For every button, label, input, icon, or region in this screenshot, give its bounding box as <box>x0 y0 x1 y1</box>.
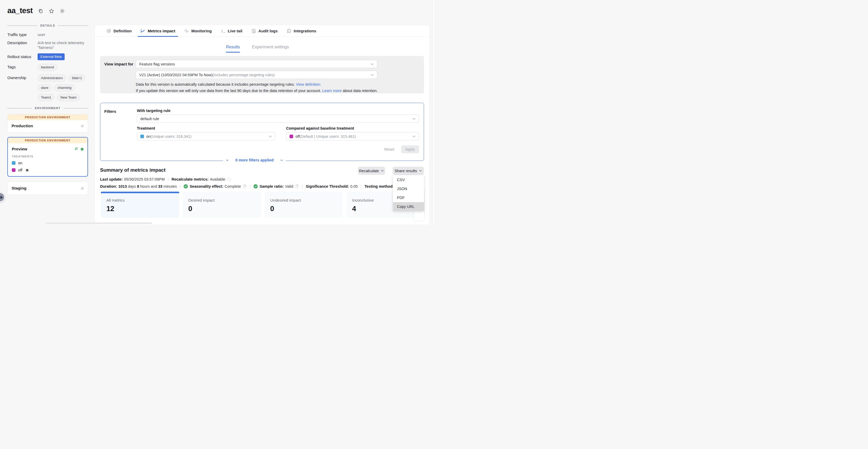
divider: | <box>361 184 362 188</box>
chart-icon <box>141 29 145 33</box>
star-icon[interactable] <box>49 8 54 14</box>
info-icon[interactable]: i <box>227 177 231 181</box>
ownership-pill[interactable]: bilal+1 <box>68 74 85 82</box>
chevron-down-icon <box>412 118 415 120</box>
menu-item-csv[interactable]: CSV <box>393 175 424 184</box>
details-section-header: DETAILS <box>7 24 88 27</box>
view-definition-link[interactable]: View definition <box>296 82 320 87</box>
baseline-value: off <box>296 134 300 139</box>
version-note-1: Data for this version is automatically c… <box>136 82 420 87</box>
traffic-type-value: user <box>37 32 88 37</box>
last-update-value: 05/30/2025 03:57:06PM <box>124 177 165 181</box>
tab-definition[interactable]: Definition <box>102 25 136 36</box>
tags-label: Tags <box>7 63 37 71</box>
share-results-button[interactable]: Share results <box>393 167 424 175</box>
metric-card-all-metrics[interactable]: All metrics 12 <box>101 192 179 218</box>
learn-more-link[interactable]: Learn more <box>322 89 342 93</box>
rollout-status-row: Rollout status External Beta <box>7 53 88 60</box>
view-impact-panel: View impact for Feature flag versions V2… <box>100 56 424 93</box>
subtab-experiment-settings[interactable]: Experiment settings <box>252 45 289 53</box>
metric-card-undesired-impact[interactable]: Undesired impact 0 <box>265 192 343 218</box>
tab-monitoring[interactable]: Monitoring <box>180 25 216 36</box>
baseline-select[interactable]: off (Default | Unique users: 315,461) <box>286 132 419 140</box>
gear-icon[interactable] <box>59 8 65 14</box>
flag-title-row: aa_test <box>7 6 88 15</box>
subtab-results[interactable]: Results <box>226 45 240 53</box>
version-select[interactable]: V21 (Active) (10/03/2022 04:59PM To Now)… <box>136 71 377 79</box>
apply-button[interactable]: Apply <box>401 145 419 153</box>
rollout-status-badge[interactable]: External Beta <box>37 53 65 60</box>
ownership-pill[interactable]: Team1 <box>37 94 55 101</box>
treatment-filter-label: Treatment <box>137 126 275 130</box>
divider: | <box>180 184 181 188</box>
status-dot-gray <box>81 187 84 190</box>
chevron-down-icon <box>226 159 228 161</box>
significance-threshold-label: Significance Threshold: <box>306 184 349 188</box>
view-impact-label: View impact for <box>104 60 136 89</box>
env-card-production[interactable]: PRODUCTION ENVIRONMENT Production <box>7 114 88 132</box>
env-card-preview[interactable]: PRODUCTION ENVIRONMENT Preview TREATMENT… <box>7 137 88 177</box>
divider: | <box>250 184 251 188</box>
tags-row: Tags backend <box>7 63 88 71</box>
main-tabbar: Definition Metrics impact Monitoring Liv… <box>95 25 429 37</box>
treatment-on-swatch <box>140 134 144 138</box>
targeting-rule-select[interactable]: default rule <box>137 115 419 123</box>
ownership-pill[interactable]: channing <box>54 84 75 91</box>
tab-definition-label: Definition <box>114 29 132 33</box>
puzzle-icon <box>287 29 291 33</box>
sample-ratio-value: Valid <box>285 184 293 188</box>
tab-live-tail[interactable]: Live tail <box>216 25 247 36</box>
menu-item-json[interactable]: JSON <box>393 184 424 193</box>
vertical-scrollbar[interactable] <box>432 0 434 224</box>
tab-integrations[interactable]: Integrations <box>282 25 321 36</box>
duration-label: Duration: <box>100 184 117 188</box>
audit-log-icon <box>251 29 256 33</box>
env-name-preview: Preview <box>12 147 27 151</box>
copy-icon[interactable] <box>38 8 43 14</box>
page-root: aa_test DETAILS Traffic type user <box>0 0 434 224</box>
check-circle-icon <box>253 184 258 188</box>
question-icon[interactable]: ? <box>295 184 299 188</box>
treatment-row-on: on <box>12 161 84 165</box>
tab-audit-logs-label: Audit logs <box>258 29 278 33</box>
recalculate-label: Recalculate <box>359 169 379 173</box>
env-card-staging[interactable]: Staging <box>7 182 88 195</box>
treatment-off-swatch <box>289 134 293 138</box>
chevron-down-icon <box>419 170 422 172</box>
seasonality-label: Seasonality effect: <box>190 184 223 188</box>
metric-card-value: 0 <box>270 205 343 213</box>
horizontal-scrollbar-thumb[interactable] <box>46 222 152 224</box>
ownership-pill[interactable]: Administrators <box>37 74 66 82</box>
sidebar: aa_test DETAILS Traffic type user <box>0 0 95 224</box>
results-subtabs: Results Experiment settings <box>226 45 289 53</box>
ownership-pill[interactable]: dave <box>37 84 52 91</box>
metric-card-desired-impact[interactable]: Desired impact 0 <box>183 192 261 218</box>
tab-live-tail-label: Live tail <box>228 29 243 33</box>
production-environment-banner: PRODUCTION ENVIRONMENT <box>8 138 88 143</box>
recalculate-metrics-label: Recalculate metrics: <box>172 177 209 181</box>
treatment-off-swatch <box>12 168 16 172</box>
divider: | <box>302 184 303 188</box>
treatment-row-off: off <box>12 168 84 172</box>
recalculate-button[interactable]: Recalculate <box>358 167 385 175</box>
chevron-down-icon <box>371 63 374 65</box>
page-title: aa_test <box>7 6 33 15</box>
question-icon[interactable]: ? <box>243 184 247 188</box>
tab-audit-logs[interactable]: Audit logs <box>247 25 282 36</box>
chevron-right-icon <box>1 196 3 199</box>
version-type-select[interactable]: Feature flag versions <box>136 60 377 68</box>
environment-header-label: ENVIRONMENT <box>35 107 60 110</box>
description-value: A/A test to check telemetry "fairness" <box>37 40 85 50</box>
reset-button[interactable]: Reset <box>384 147 394 151</box>
tag-pill[interactable]: backend <box>37 64 57 71</box>
treatment-select[interactable]: on (Unique users: 316,341) <box>137 132 275 140</box>
tab-metrics-impact[interactable]: Metrics impact <box>136 25 180 36</box>
sample-ratio-label: Sample ratio: <box>259 184 284 188</box>
menu-item-pdf[interactable]: PDF <box>393 193 424 202</box>
targeting-rule-label: With targeting rule <box>137 109 419 113</box>
metric-card-value: 0 <box>188 205 261 213</box>
menu-item-copy-url[interactable]: Copy URL <box>393 202 424 211</box>
ownership-pill[interactable]: New Team <box>57 94 80 101</box>
more-filters-toggle[interactable]: 0 more filters applied <box>223 158 286 162</box>
details-list: Traffic type user Description A/A test t… <box>7 32 88 101</box>
